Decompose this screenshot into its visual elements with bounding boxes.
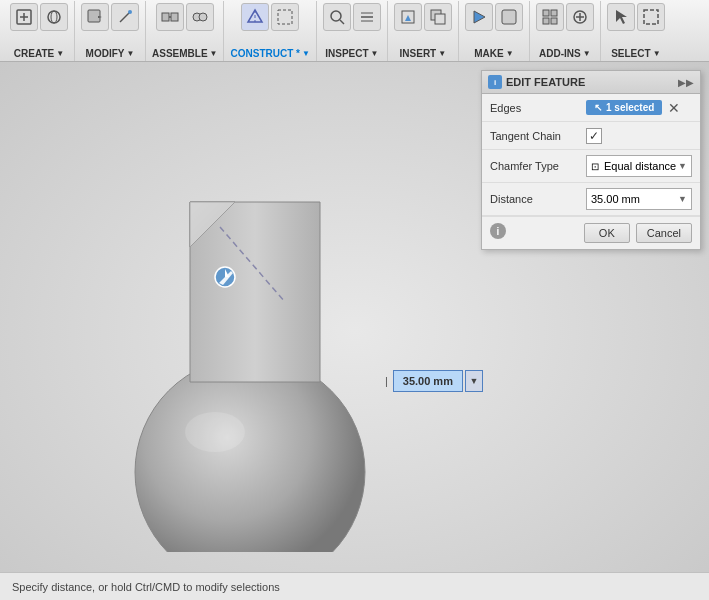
create-label[interactable]: CREATE ▼ [14, 48, 64, 59]
svg-point-4 [51, 11, 57, 23]
3d-shape [130, 152, 390, 552]
svg-rect-29 [543, 18, 549, 24]
panel-icon: i [488, 75, 502, 89]
modify-label[interactable]: MODIFY ▼ [86, 48, 135, 59]
panel-row-edges: Edges ↖ 1 selected ✕ [482, 94, 700, 122]
panel-expand-btn[interactable]: ▶▶ [678, 77, 694, 88]
addins-label[interactable]: ADD-INS ▼ [539, 48, 591, 59]
chamfer-type-value: ⊡ Equal distance ▼ [586, 155, 692, 177]
addins-icon-1[interactable] [536, 3, 564, 31]
svg-rect-26 [502, 10, 516, 24]
distance-input-box: | 35.00 mm ▼ [385, 370, 483, 392]
select-icon-2[interactable] [637, 3, 665, 31]
distance-arrow: ▼ [678, 194, 687, 204]
svg-rect-35 [644, 10, 658, 24]
construct-icon-1[interactable] [241, 3, 269, 31]
construct-icon-2[interactable] [271, 3, 299, 31]
svg-rect-9 [171, 13, 178, 21]
distance-label: Distance [490, 193, 580, 205]
assemble-icon-2[interactable] [186, 3, 214, 31]
svg-marker-34 [616, 10, 627, 24]
ok-button[interactable]: OK [584, 223, 630, 243]
chamfer-type-icon: ⊡ [591, 161, 599, 172]
info-icon-btn[interactable]: i [490, 223, 506, 239]
dimension-marker: | [385, 375, 388, 387]
distance-value: 35.00 mm ▼ [586, 188, 692, 210]
panel-row-tangent: Tangent Chain ✓ [482, 122, 700, 150]
svg-point-12 [199, 13, 207, 21]
modify-icon-2[interactable] [111, 3, 139, 31]
tangent-value: ✓ [586, 128, 692, 144]
svg-rect-27 [543, 10, 549, 16]
selection-icon: ↖ [594, 102, 602, 113]
distance-text: 35.00 mm [591, 193, 640, 205]
svg-rect-15 [278, 10, 292, 24]
tb-group-make: MAKE ▼ [459, 1, 530, 61]
construct-label[interactable]: CONSTRUCT * ▼ [230, 48, 309, 59]
tb-group-select: SELECT ▼ [601, 1, 671, 61]
assemble-icon-1[interactable] [156, 3, 184, 31]
edges-label: Edges [490, 102, 580, 114]
statusbar: Specify distance, or hold Ctrl/CMD to mo… [0, 572, 709, 600]
statusbar-message: Specify distance, or hold Ctrl/CMD to mo… [12, 581, 280, 593]
svg-rect-30 [551, 18, 557, 24]
inspect-label[interactable]: INSPECT ▼ [325, 48, 378, 59]
select-label[interactable]: SELECT ▼ [611, 48, 660, 59]
tb-group-create: CREATE ▼ [4, 1, 75, 61]
chamfer-type-text: Equal distance [604, 160, 676, 172]
create-icon-1[interactable] [10, 3, 38, 31]
svg-rect-5 [88, 10, 100, 22]
modify-icon-1[interactable] [81, 3, 109, 31]
tb-group-assemble: ASSEMBLE ▼ [146, 1, 224, 61]
chamfer-type-arrow: ▼ [678, 161, 687, 171]
select-icon-1[interactable] [607, 3, 635, 31]
edges-clear-button[interactable]: ✕ [666, 100, 682, 116]
edges-selected-badge: ↖ 1 selected [586, 100, 662, 115]
toolbar: CREATE ▼ MODIFY ▼ ASSEMBLE [0, 0, 709, 62]
assemble-label[interactable]: ASSEMBLE ▼ [152, 48, 217, 59]
svg-marker-39 [190, 202, 235, 247]
insert-icon-1[interactable] [394, 3, 422, 31]
make-icon-2[interactable] [495, 3, 523, 31]
chamfer-type-label: Chamfer Type [490, 160, 580, 172]
panel-row-chamfer-type: Chamfer Type ⊡ Equal distance ▼ [482, 150, 700, 183]
svg-point-7 [128, 10, 132, 14]
tangent-label: Tangent Chain [490, 130, 580, 142]
insert-label[interactable]: INSERT ▼ [400, 48, 447, 59]
svg-rect-8 [162, 13, 169, 21]
tb-group-modify: MODIFY ▼ [75, 1, 146, 61]
cancel-button[interactable]: Cancel [636, 223, 692, 243]
edges-value: ↖ 1 selected ✕ [586, 100, 692, 116]
panel-footer: i OK Cancel [482, 216, 700, 249]
distance-dropdown-field[interactable]: 35.00 mm ▼ [586, 188, 692, 210]
panel-header: i EDIT FEATURE ▶▶ [482, 71, 700, 94]
make-label[interactable]: MAKE ▼ [474, 48, 513, 59]
chamfer-handle[interactable] [205, 257, 245, 297]
svg-point-41 [185, 412, 245, 452]
svg-point-16 [331, 11, 341, 21]
tangent-checkbox[interactable]: ✓ [586, 128, 602, 144]
chamfer-type-dropdown[interactable]: ⊡ Equal distance ▼ [586, 155, 692, 177]
make-icon-1[interactable] [465, 3, 493, 31]
tb-group-inspect: INSPECT ▼ [317, 1, 388, 61]
edges-count: 1 selected [606, 102, 654, 113]
svg-marker-38 [190, 202, 235, 247]
tb-group-addins: ADD-INS ▼ [530, 1, 601, 61]
svg-rect-28 [551, 10, 557, 16]
create-icon-2[interactable] [40, 3, 68, 31]
svg-line-17 [340, 20, 344, 24]
tb-group-construct: CONSTRUCT * ▼ [224, 1, 316, 61]
insert-icon-2[interactable] [424, 3, 452, 31]
addins-icon-2[interactable] [566, 3, 594, 31]
svg-marker-25 [474, 11, 485, 23]
distance-dropdown-btn[interactable]: ▼ [465, 370, 483, 392]
svg-point-36 [135, 357, 365, 552]
distance-inline-input[interactable]: 35.00 mm [393, 370, 463, 392]
panel-row-distance: Distance 35.00 mm ▼ [482, 183, 700, 216]
svg-point-3 [48, 11, 60, 23]
inspect-icon-1[interactable] [323, 3, 351, 31]
viewport[interactable]: | 35.00 mm ▼ RIGHT Z i EDIT FEATURE ▶▶ E… [0, 62, 709, 600]
edit-feature-panel: i EDIT FEATURE ▶▶ Edges ↖ 1 selected ✕ T… [481, 70, 701, 250]
panel-title: EDIT FEATURE [506, 76, 674, 88]
inspect-icon-2[interactable] [353, 3, 381, 31]
